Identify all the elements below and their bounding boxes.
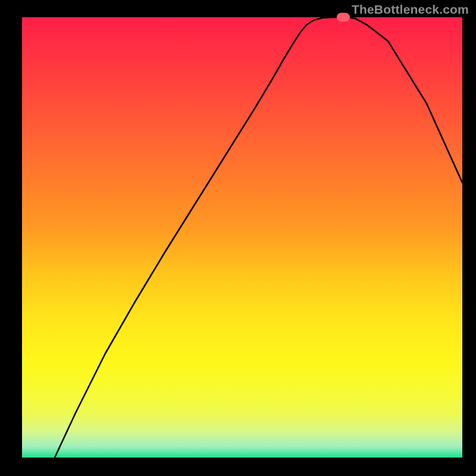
chart-frame: TheBottleneck.com	[0, 0, 476, 476]
gradient-plot-background	[22, 17, 462, 458]
source-watermark: TheBottleneck.com	[352, 2, 469, 17]
optimum-marker	[337, 13, 350, 22]
